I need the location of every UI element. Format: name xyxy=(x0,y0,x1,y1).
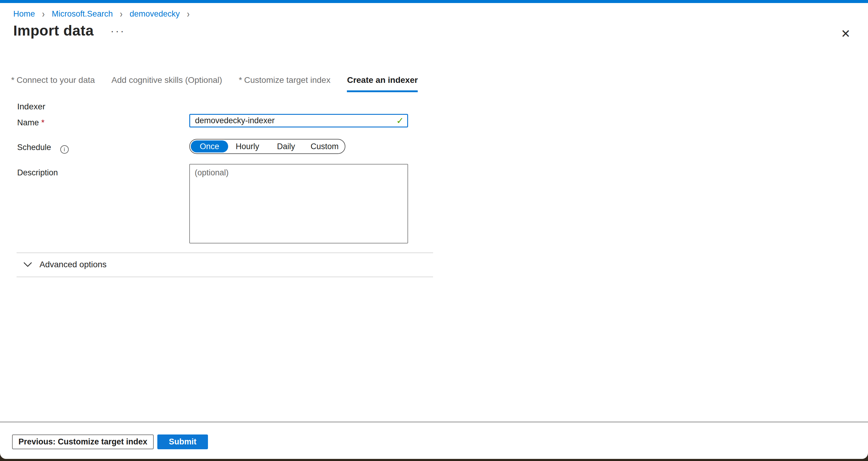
tab-label: Connect to your data xyxy=(17,75,95,85)
schedule-option-hourly[interactable]: Hourly xyxy=(228,142,267,151)
info-icon[interactable]: i xyxy=(60,145,69,154)
schedule-option-custom[interactable]: Custom xyxy=(305,142,344,151)
schedule-option-once[interactable]: Once xyxy=(191,141,228,152)
tab-customize-target-index[interactable]: *Customize target index xyxy=(239,75,330,92)
page-title: Import data xyxy=(13,22,94,39)
schedule-field-label: Schedulei xyxy=(17,143,69,154)
breadcrumb-home-link[interactable]: Home xyxy=(13,9,35,19)
name-label-text: Name xyxy=(17,118,39,127)
wizard-tabs: *Connect to your data Add cognitive skil… xyxy=(11,75,418,92)
indexer-name-input[interactable] xyxy=(189,114,408,127)
close-icon[interactable]: ✕ xyxy=(838,26,854,41)
tab-label: Create an indexer xyxy=(347,75,418,85)
description-field-label: Description xyxy=(17,168,58,178)
breadcrumb-resource-link[interactable]: demovedecky xyxy=(130,9,180,19)
advanced-options-toggle[interactable]: Advanced options xyxy=(23,260,107,269)
required-asterisk: * xyxy=(41,118,44,127)
required-asterisk: * xyxy=(239,75,242,85)
portal-top-accent-bar xyxy=(0,0,868,3)
description-textarea[interactable] xyxy=(189,164,408,243)
required-asterisk: * xyxy=(11,75,14,85)
footer-divider xyxy=(0,421,868,423)
tab-connect-to-your-data[interactable]: *Connect to your data xyxy=(11,75,95,92)
divider xyxy=(17,277,433,277)
schedule-segmented-control: Once Hourly Daily Custom xyxy=(189,139,345,154)
import-data-panel: Home › Microsoft.Search › demovedecky › … xyxy=(0,0,868,459)
indexer-section-label: Indexer xyxy=(17,102,45,112)
more-actions-icon[interactable]: ··· xyxy=(111,24,125,38)
tab-label: Add cognitive skills (Optional) xyxy=(112,75,222,85)
divider xyxy=(17,252,433,253)
chevron-down-icon xyxy=(23,262,32,267)
tab-create-an-indexer[interactable]: Create an indexer xyxy=(347,75,418,92)
submit-button[interactable]: Submit xyxy=(157,434,208,449)
tab-add-cognitive-skills[interactable]: Add cognitive skills (Optional) xyxy=(112,75,222,92)
name-field-label: Name* xyxy=(17,118,44,127)
breadcrumb-chevron-icon: › xyxy=(187,7,190,21)
previous-step-button[interactable]: Previous: Customize target index xyxy=(12,434,154,449)
breadcrumb-chevron-icon: › xyxy=(120,7,123,21)
breadcrumb-chevron-icon: › xyxy=(42,7,45,21)
breadcrumb-service-link[interactable]: Microsoft.Search xyxy=(52,9,113,19)
schedule-option-daily[interactable]: Daily xyxy=(267,142,305,151)
breadcrumb: Home › Microsoft.Search › demovedecky › xyxy=(13,8,194,19)
tab-label: Customize target index xyxy=(244,75,330,85)
schedule-label-text: Schedule xyxy=(17,143,51,152)
advanced-options-label: Advanced options xyxy=(39,260,107,269)
